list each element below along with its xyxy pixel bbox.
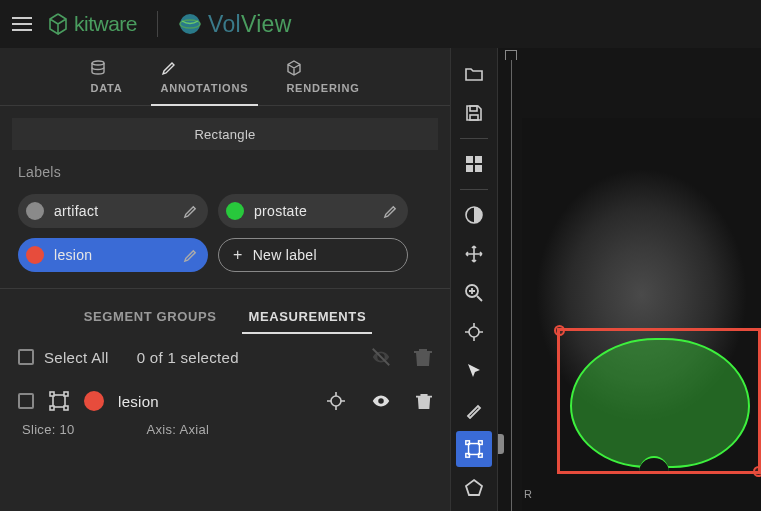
resize-handle-tl[interactable]: [554, 325, 565, 336]
select-all-checkbox[interactable]: [18, 349, 34, 365]
svg-rect-10: [470, 115, 478, 120]
svg-point-2: [92, 61, 104, 65]
svg-rect-11: [466, 156, 473, 163]
brand-divider: [157, 11, 158, 37]
item-checkbox[interactable]: [18, 393, 34, 409]
vertical-toolbar: [450, 48, 498, 511]
svg-rect-9: [470, 106, 477, 111]
brand-logo: kitware VolView: [48, 11, 292, 38]
svg-rect-21: [466, 454, 470, 458]
image-canvas[interactable]: R: [522, 118, 761, 511]
svg-rect-4: [50, 392, 54, 396]
panel-tabs: DATA ANNOTATIONS RENDERING: [0, 48, 450, 106]
app-header: kitware VolView: [0, 0, 761, 48]
save-button[interactable]: [456, 95, 492, 131]
trash-icon[interactable]: [416, 392, 432, 410]
kitware-icon: [48, 13, 68, 35]
svg-rect-12: [475, 156, 482, 163]
pencil-icon[interactable]: [183, 204, 198, 219]
visibility-off-icon[interactable]: [370, 346, 392, 368]
zoom-button[interactable]: [456, 275, 492, 311]
rectangle-tool-button[interactable]: [456, 431, 492, 467]
pencil-icon[interactable]: [183, 248, 198, 263]
subtab-measurements[interactable]: MEASUREMENTS: [242, 303, 372, 334]
svg-rect-18: [469, 444, 480, 455]
new-label-button[interactable]: + New label: [218, 238, 408, 272]
open-folder-button[interactable]: [456, 56, 492, 92]
axis-label: R: [524, 488, 532, 500]
brand1-text: kitware: [74, 12, 137, 36]
pencil-icon[interactable]: [383, 204, 398, 219]
select-all-label[interactable]: Select All: [44, 349, 109, 366]
svg-point-17: [469, 327, 479, 337]
selection-bar: Select All 0 of 1 selected: [0, 334, 450, 380]
tab-data[interactable]: DATA: [76, 56, 136, 105]
eye-icon[interactable]: [370, 390, 392, 412]
menu-icon[interactable]: [12, 17, 32, 31]
brand2-text: VolView: [208, 11, 292, 38]
svg-rect-6: [50, 406, 54, 410]
measurement-item: lesion Slice: 10 Axis: Axial: [0, 380, 450, 447]
annotation-subtabs: SEGMENT GROUPS MEASUREMENTS: [0, 289, 450, 334]
svg-rect-7: [64, 406, 68, 410]
target-icon[interactable]: [326, 391, 346, 411]
rectangle-annotation[interactable]: [557, 328, 761, 474]
svg-rect-13: [466, 165, 473, 172]
subtab-segment-groups[interactable]: SEGMENT GROUPS: [78, 303, 223, 334]
svg-rect-14: [475, 165, 482, 172]
labels-list: artifact prostate lesion + New label: [18, 194, 432, 272]
label-chip-prostate[interactable]: prostate: [218, 194, 408, 228]
cube-icon: [286, 60, 359, 76]
item-name: lesion: [118, 393, 312, 410]
color-swatch: [26, 246, 44, 264]
crosshair-button[interactable]: [456, 314, 492, 350]
pointer-button[interactable]: [456, 353, 492, 389]
color-swatch: [26, 202, 44, 220]
left-panel: DATA ANNOTATIONS RENDERING Rectangle Lab…: [0, 48, 450, 511]
color-swatch: [84, 391, 104, 411]
plus-icon: +: [233, 246, 243, 264]
label-chip-artifact[interactable]: artifact: [18, 194, 208, 228]
tool-selector[interactable]: Rectangle: [12, 118, 438, 150]
svg-rect-19: [466, 441, 470, 445]
svg-point-8: [331, 396, 341, 406]
bounding-box-icon: [48, 390, 70, 412]
volview-icon: [178, 12, 202, 36]
pan-button[interactable]: [456, 236, 492, 272]
labels-heading: Labels: [18, 164, 432, 180]
pencil-icon: [161, 60, 249, 76]
resize-handle-br[interactable]: [753, 466, 761, 477]
selection-count: 0 of 1 selected: [137, 349, 360, 366]
image-viewport[interactable]: R: [498, 48, 761, 511]
brush-button[interactable]: [456, 392, 492, 428]
svg-rect-22: [479, 454, 483, 458]
label-chip-lesion[interactable]: lesion: [18, 238, 208, 272]
item-slice: Slice: 10: [22, 422, 75, 437]
ruler: [504, 50, 518, 511]
trash-icon[interactable]: [414, 347, 432, 367]
svg-rect-20: [479, 441, 483, 445]
window-level-button[interactable]: [456, 197, 492, 233]
tab-rendering[interactable]: RENDERING: [272, 56, 373, 105]
color-swatch: [226, 202, 244, 220]
database-icon: [90, 60, 122, 76]
layout-button[interactable]: [456, 146, 492, 182]
item-axis: Axis: Axial: [147, 422, 210, 437]
tab-annotations[interactable]: ANNOTATIONS: [147, 56, 263, 105]
polygon-tool-button[interactable]: [456, 470, 492, 506]
slice-slider-handle[interactable]: [498, 434, 504, 454]
svg-rect-5: [64, 392, 68, 396]
